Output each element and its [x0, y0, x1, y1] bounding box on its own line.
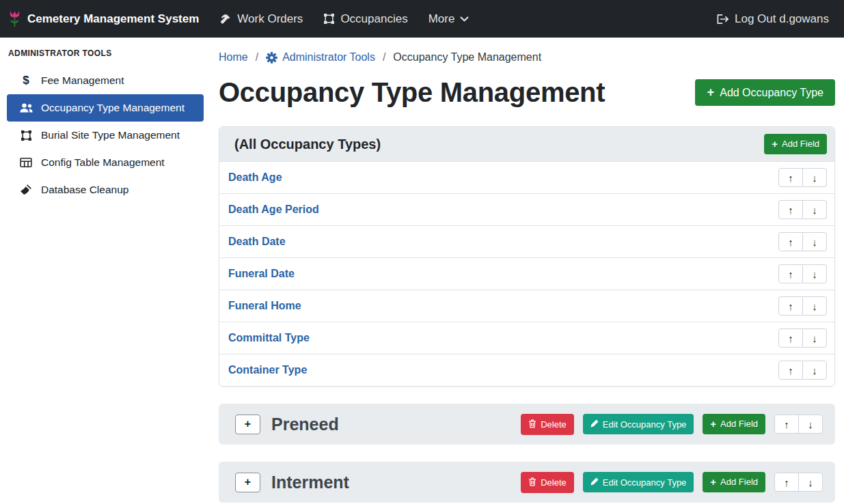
logout-link[interactable]: Log Out d.gowans [716, 12, 829, 26]
reorder-button-group: ↑ ↓ [778, 361, 827, 380]
occupancy-type-title: Preneed [271, 415, 339, 434]
sidebar-item-database-cleanup[interactable]: Database Cleanup [7, 176, 204, 204]
reorder-button-group: ↑ ↓ [778, 328, 827, 348]
move-up-button[interactable]: ↑ [778, 232, 803, 251]
down-arrow-icon: ↓ [812, 237, 817, 247]
breadcrumb-current: Occupancy Type Management [393, 51, 541, 64]
sidebar-item-label: Burial Site Type Management [41, 129, 180, 141]
edit-occupancy-type-button[interactable]: Edit Occupancy Type [583, 414, 694, 434]
app-title: Cemetery Management System [27, 12, 199, 26]
move-down-button[interactable]: ↓ [802, 328, 827, 348]
sidebar: Administrator Tools $ Fee Management Occ… [0, 38, 210, 504]
nav-occupancies[interactable]: Occupancies [323, 12, 407, 26]
edit-occupancy-type-label: Edit Occupancy Type [603, 478, 687, 487]
move-down-button[interactable]: ↓ [802, 264, 827, 283]
add-field-button[interactable]: + Add Field [764, 134, 827, 154]
sidebar-item-label: Occupancy Type Management [41, 102, 185, 114]
expand-button[interactable]: + [235, 415, 260, 434]
field-link[interactable]: Funeral Date [228, 268, 295, 280]
nav-work-orders[interactable]: Work Orders [219, 12, 303, 26]
section-actions: Delete Edit Occupancy Type + Add Field ↑ [521, 414, 823, 435]
fields-list: Death Age ↑ ↓ Death Age Period ↑ ↓ Death… [219, 161, 834, 386]
up-arrow-icon: ↑ [788, 333, 793, 344]
move-down-button[interactable]: ↓ [802, 296, 827, 316]
expand-button[interactable]: + [235, 473, 260, 492]
field-row: Committal Type ↑ ↓ [219, 322, 834, 354]
sidebar-heading: Administrator Tools [0, 43, 210, 67]
up-arrow-icon: ↑ [788, 301, 793, 311]
move-down-button[interactable]: ↓ [802, 361, 827, 380]
plus-icon: + [707, 87, 714, 98]
down-arrow-icon: ↓ [812, 173, 817, 183]
plus-icon: + [710, 477, 716, 486]
field-link[interactable]: Death Age Period [228, 204, 319, 216]
move-down-button[interactable]: ↓ [802, 232, 827, 251]
up-arrow-icon: ↑ [784, 419, 789, 430]
add-field-label: Add Field [720, 419, 758, 428]
nav-more[interactable]: More [428, 12, 469, 26]
delete-label: Delete [541, 420, 567, 429]
field-link[interactable]: Container Type [228, 364, 307, 376]
field-link[interactable]: Death Date [228, 236, 286, 248]
field-row: Funeral Home ↑ ↓ [219, 290, 834, 322]
plot-square-icon [18, 130, 33, 141]
delete-label: Delete [541, 478, 567, 487]
move-up-button[interactable]: ↑ [778, 361, 803, 380]
move-up-button[interactable]: ↑ [778, 264, 803, 283]
reorder-button-group: ↑ ↓ [778, 200, 827, 219]
move-up-button[interactable]: ↑ [774, 415, 799, 434]
app-brand[interactable]: Cemetery Management System [8, 10, 199, 28]
move-down-button[interactable]: ↓ [802, 168, 827, 187]
move-up-button[interactable]: ↑ [778, 328, 803, 348]
up-arrow-icon: ↑ [788, 269, 793, 279]
edit-occupancy-type-button[interactable]: Edit Occupancy Type [583, 472, 694, 492]
move-up-button[interactable]: ↑ [778, 168, 803, 187]
sidebar-item-label: Database Cleanup [41, 184, 128, 196]
add-field-button[interactable]: + Add Field [703, 472, 765, 492]
sidebar-item-fee-management[interactable]: $ Fee Management [7, 67, 204, 94]
all-occupancy-types-header: (All Occupancy Types) + Add Field [219, 127, 834, 161]
sidebar-item-label: Fee Management [41, 74, 124, 87]
field-link[interactable]: Funeral Home [228, 300, 301, 312]
breadcrumb-home[interactable]: Home [219, 51, 248, 64]
up-arrow-icon: ↑ [788, 237, 793, 247]
page-title: Occupancy Type Management [219, 77, 605, 108]
move-up-button[interactable]: ↑ [778, 200, 803, 219]
reorder-button-group: ↑ ↓ [778, 232, 827, 251]
add-occupancy-type-button[interactable]: + Add Occupancy Type [695, 79, 835, 106]
field-link[interactable]: Death Age [228, 171, 282, 184]
field-row: Funeral Date ↑ ↓ [219, 257, 834, 290]
move-down-button[interactable]: ↓ [798, 473, 823, 492]
field-row: Death Age ↑ ↓ [219, 161, 834, 193]
reorder-button-group: ↑ ↓ [778, 168, 827, 187]
field-link[interactable]: Committal Type [228, 332, 310, 344]
nav-label: Work Orders [237, 12, 303, 26]
occupancy-type-title: Interment [271, 473, 349, 492]
add-field-button[interactable]: + Add Field [703, 414, 765, 434]
sidebar-item-config-table-management[interactable]: Config Table Management [7, 149, 204, 176]
all-occupancy-types-card: (All Occupancy Types) + Add Field Death … [219, 126, 835, 387]
broom-icon [18, 184, 33, 196]
breadcrumb-admin-tools[interactable]: Administrator Tools [266, 51, 375, 64]
reorder-button-group: ↑ ↓ [774, 415, 823, 434]
sidebar-item-occupancy-type-management[interactable]: Occupancy Type Management [7, 94, 204, 122]
reorder-button-group: ↑ ↓ [774, 473, 823, 492]
edit-occupancy-type-label: Edit Occupancy Type [603, 420, 687, 429]
sidebar-item-burial-site-type-management[interactable]: Burial Site Type Management [7, 122, 204, 149]
move-up-button[interactable]: ↑ [774, 473, 799, 492]
trash-icon [528, 477, 536, 488]
delete-button[interactable]: Delete [521, 472, 574, 493]
down-arrow-icon: ↓ [812, 301, 817, 311]
move-up-button[interactable]: ↑ [778, 296, 803, 316]
occupancies-icon [323, 13, 335, 25]
down-arrow-icon: ↓ [808, 419, 813, 430]
up-arrow-icon: ↑ [788, 365, 793, 376]
main-nav: Work Orders Occupancies More [219, 12, 469, 26]
up-arrow-icon: ↑ [784, 477, 789, 488]
table-icon [18, 156, 33, 169]
delete-button[interactable]: Delete [521, 414, 574, 435]
add-field-label: Add Field [782, 139, 819, 148]
flower-logo-icon [8, 10, 21, 28]
move-down-button[interactable]: ↓ [802, 200, 827, 219]
move-down-button[interactable]: ↓ [798, 415, 823, 434]
